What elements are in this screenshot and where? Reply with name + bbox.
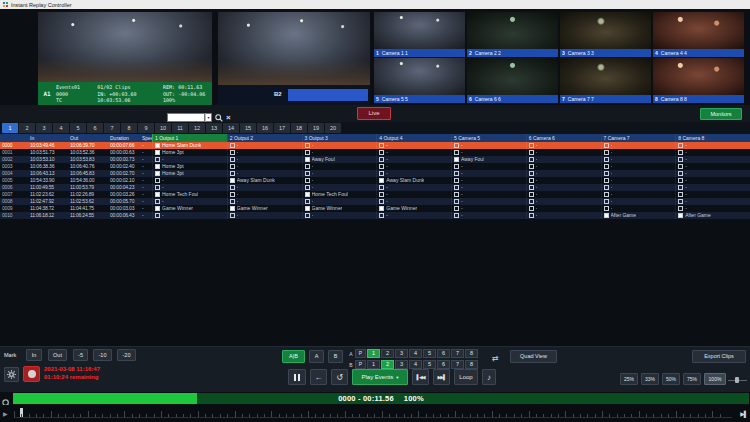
event-cell-5[interactable]: - (451, 184, 526, 191)
table-row-0005[interactable]: 000510:54:33.9010:54:36.0000:00:02.10--A… (0, 177, 750, 184)
zoom-75-button[interactable]: 75% (683, 373, 701, 385)
event-checkbox[interactable] (230, 150, 235, 155)
event-checkbox[interactable] (305, 157, 310, 162)
event-checkbox[interactable] (230, 157, 235, 162)
event-cell-5[interactable]: - (451, 191, 526, 198)
event-checkbox[interactable] (529, 192, 534, 197)
event-cell-7[interactable]: - (601, 149, 676, 156)
event-cell-5[interactable]: - (451, 170, 526, 177)
event-cell-6[interactable]: - (526, 149, 601, 156)
event-checkbox[interactable] (678, 213, 683, 218)
table-row-0000[interactable]: 000010:03:49.4610:06:39.7000:00:07.66-Ho… (0, 142, 750, 149)
event-cell-7[interactable]: After Game (601, 212, 676, 219)
event-checkbox[interactable] (529, 206, 534, 211)
table-row-0009[interactable]: 000911:04:38.7211:04:41.7500:00:03.03-Ga… (0, 205, 750, 212)
event-cell-3[interactable]: - (302, 177, 377, 184)
event-cell-8[interactable]: - (675, 170, 750, 177)
event-checkbox[interactable] (529, 199, 534, 204)
mark-minus5-button[interactable]: -5 (73, 349, 88, 361)
event-checkbox[interactable] (604, 213, 609, 218)
event-cell-2[interactable]: - (227, 149, 302, 156)
table-row-0007[interactable]: 000711:02:23.6211:02:26.8900:00:03.26-Ho… (0, 191, 750, 198)
loop-button[interactable]: Loop (454, 369, 478, 385)
event-checkbox[interactable] (379, 150, 384, 155)
event-checkbox[interactable] (230, 192, 235, 197)
bank-camera-5-button[interactable]: 5 (423, 349, 436, 358)
event-cell-3[interactable]: Game Winner (302, 205, 377, 212)
chevron-down-icon[interactable]: ▾ (205, 113, 212, 122)
camera-cell-4[interactable]: 4Camera 4 4 (653, 12, 744, 57)
event-checkbox[interactable] (529, 185, 534, 190)
event-cell-3[interactable]: - (302, 149, 377, 156)
event-cell-1[interactable]: Home Tech Foul (152, 191, 227, 198)
event-checkbox[interactable] (230, 178, 235, 183)
event-cell-1[interactable]: Home 3pt (152, 163, 227, 170)
event-cell-6[interactable]: - (526, 163, 601, 170)
event-cell-2[interactable]: - (227, 212, 302, 219)
event-checkbox[interactable] (379, 185, 384, 190)
event-cell-8[interactable]: - (675, 149, 750, 156)
event-cell-7[interactable]: - (601, 205, 676, 212)
event-checkbox[interactable] (678, 178, 683, 183)
event-checkbox[interactable] (155, 199, 160, 204)
event-checkbox[interactable] (155, 192, 160, 197)
tab-1[interactable]: 1 (2, 123, 18, 133)
event-cell-5[interactable]: - (451, 149, 526, 156)
slider-handle[interactable] (735, 377, 739, 383)
event-cell-8[interactable]: After Game (675, 212, 750, 219)
camera-cell-5[interactable]: 5Camera 5 5 (374, 58, 465, 103)
event-checkbox[interactable] (305, 143, 310, 148)
skip-to-end-icon[interactable]: ▶▌ (740, 410, 747, 417)
event-cell-3[interactable]: - (302, 170, 377, 177)
table-row-0001[interactable]: 000110:03:51.7310:03:52.3600:00:00.63-Ho… (0, 149, 750, 156)
table-row-0003[interactable]: 000310:06:38.3610:06:40.7600:00:02.40-Ho… (0, 163, 750, 170)
camera-cell-2[interactable]: 2Camera 2 2 (467, 12, 558, 57)
event-checkbox[interactable] (379, 206, 384, 211)
event-cell-6[interactable]: - (526, 212, 601, 219)
event-checkbox[interactable] (379, 192, 384, 197)
event-cell-6[interactable]: - (526, 205, 601, 212)
event-cell-7[interactable]: - (601, 184, 676, 191)
bank-camera-7-button[interactable]: 7 (451, 349, 464, 358)
event-cell-2[interactable]: - (227, 163, 302, 170)
bank-camera-6-button[interactable]: 6 (437, 360, 450, 369)
event-checkbox[interactable] (454, 206, 459, 211)
event-checkbox[interactable] (305, 178, 310, 183)
event-cell-4[interactable]: - (376, 170, 451, 177)
tab-20[interactable]: 20 (325, 123, 341, 133)
event-checkbox[interactable] (379, 157, 384, 162)
event-cell-5[interactable]: - (451, 163, 526, 170)
event-checkbox[interactable] (529, 157, 534, 162)
event-checkbox[interactable] (604, 150, 609, 155)
event-checkbox[interactable] (379, 143, 384, 148)
event-cell-8[interactable]: - (675, 163, 750, 170)
event-checkbox[interactable] (230, 199, 235, 204)
event-checkbox[interactable] (379, 213, 384, 218)
camera-cell-8[interactable]: 8Camera 8 8 (653, 58, 744, 103)
bank-camera-6-button[interactable]: 6 (437, 349, 450, 358)
event-cell-4[interactable]: - (376, 212, 451, 219)
table-row-0008[interactable]: 000811:02:47.9211:02:53.6200:00:05.70---… (0, 198, 750, 205)
tab-14[interactable]: 14 (223, 123, 239, 133)
bank-camera-8-button[interactable]: 8 (465, 360, 478, 369)
event-checkbox[interactable] (529, 171, 534, 176)
tab-17[interactable]: 17 (274, 123, 290, 133)
event-cell-3[interactable]: Away Foul (302, 156, 377, 163)
event-checkbox[interactable] (678, 206, 683, 211)
event-checkbox[interactable] (678, 199, 683, 204)
event-checkbox[interactable] (604, 206, 609, 211)
event-cell-5[interactable]: Away Foul (451, 156, 526, 163)
event-checkbox[interactable] (604, 157, 609, 162)
export-clips-button[interactable]: Export Clips (692, 350, 746, 363)
mark-out-button[interactable]: Out (48, 349, 67, 361)
event-cell-4[interactable]: Game Winner (376, 205, 451, 212)
tab-10[interactable]: 10 (155, 123, 171, 133)
event-cell-7[interactable]: - (601, 163, 676, 170)
event-cell-3[interactable]: - (302, 198, 377, 205)
event-cell-4[interactable]: - (376, 142, 451, 149)
event-cell-1[interactable]: Home Slam Dunk (152, 142, 227, 149)
event-checkbox[interactable] (604, 199, 609, 204)
event-cell-4[interactable]: Away Slam Dunk (376, 177, 451, 184)
bank-camera-2-button[interactable]: 2 (381, 360, 394, 369)
event-cell-2[interactable]: - (227, 170, 302, 177)
